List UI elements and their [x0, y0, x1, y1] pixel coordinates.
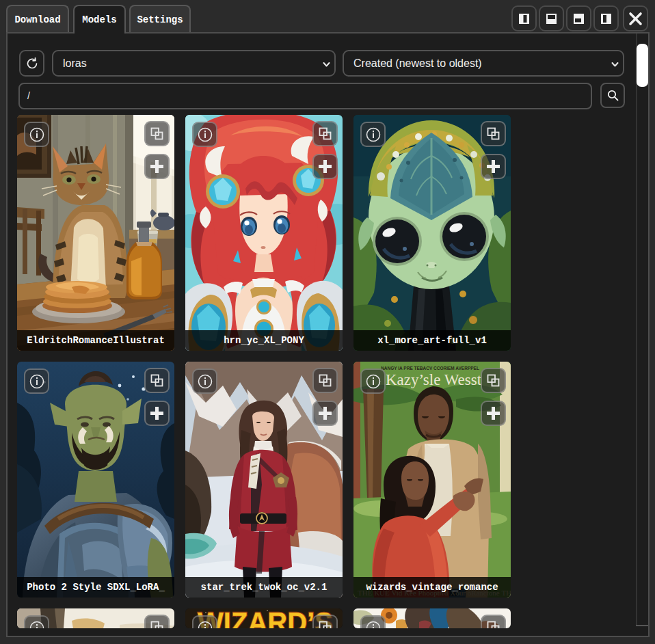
svg-text:Kazy’sle Wesst: Kazy’sle Wesst [386, 371, 482, 388]
svg-text:NANGY IA PRE TEBACV CCORIEM: NANGY IA PRE TEBACV CCORIEM AVERPPEL [381, 366, 479, 371]
